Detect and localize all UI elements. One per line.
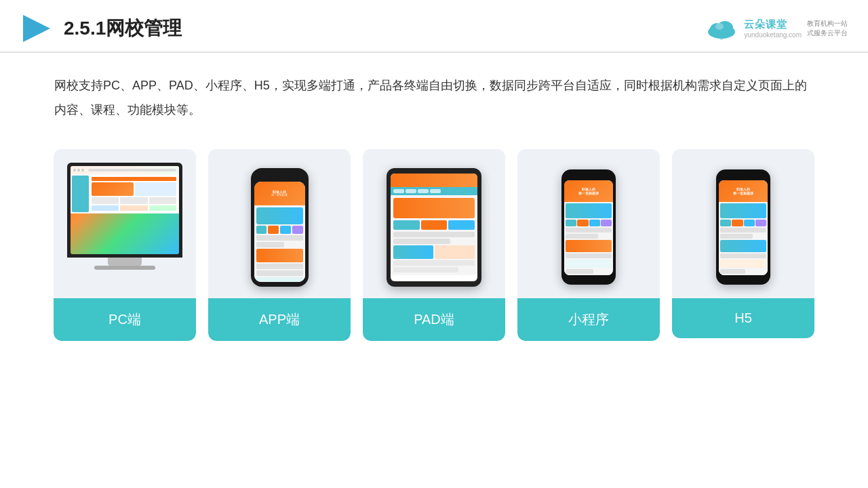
card-pc-label: PC端	[54, 298, 196, 341]
h5-phone-mockup: 职途人的第一堂刷题课	[716, 169, 770, 285]
svg-marker-0	[23, 15, 50, 42]
logo-name: 云朵课堂	[744, 18, 802, 31]
card-h5-label: H5	[672, 298, 814, 338]
card-app-label: APP端	[208, 298, 351, 341]
card-pad: PAD端	[363, 149, 505, 341]
svg-point-6	[720, 37, 723, 40]
card-pc-image	[54, 149, 196, 298]
card-h5-image: 职途人的第一堂刷题课	[672, 149, 814, 298]
logo-text-area: 云朵课堂 yunduoketang.com	[744, 18, 802, 39]
logo-tagline: 教育机构一站式服务云平台	[807, 19, 848, 38]
card-app-image: 职途人的 第一堂刷提课	[208, 149, 351, 298]
cards-container: PC端 职途人的 第一堂刷提课	[0, 129, 868, 361]
card-h5: 职途人的第一堂刷题课	[672, 149, 814, 338]
card-app: 职途人的 第一堂刷提课	[208, 149, 351, 341]
pc-mockup	[67, 163, 182, 291]
card-pc: PC端	[54, 149, 196, 341]
svg-point-4	[715, 23, 724, 30]
miniprogram-phone-mockup: 职途人的第一堂刷题课	[561, 169, 616, 285]
card-miniprogram-image: 职途人的第一堂刷题课	[517, 149, 660, 298]
app-phone-mockup: 职途人的 第一堂刷提课	[251, 168, 309, 287]
card-pad-image	[363, 149, 505, 298]
svg-point-7	[724, 36, 726, 39]
play-icon	[20, 12, 53, 45]
header-left: 2.5.1网校管理	[20, 12, 182, 45]
card-miniprogram: 职途人的第一堂刷题课	[517, 149, 660, 341]
logo-url: yunduoketang.com	[744, 31, 802, 39]
cloud-logo-icon	[705, 17, 738, 41]
page-title: 2.5.1网校管理	[64, 16, 182, 41]
description-text: 网校支持PC、APP、PAD、小程序、H5，实现多端打通，产品各终端自由切换，数…	[0, 53, 868, 129]
pad-mockup	[387, 168, 481, 287]
logo-area: 云朵课堂 yunduoketang.com 教育机构一站式服务云平台	[705, 17, 848, 41]
card-pad-label: PAD端	[363, 298, 505, 341]
header: 2.5.1网校管理 云朵课堂 yunduoketang.com 教育机构一站式服…	[0, 0, 868, 53]
card-miniprogram-label: 小程序	[517, 298, 660, 341]
svg-point-5	[717, 36, 719, 39]
